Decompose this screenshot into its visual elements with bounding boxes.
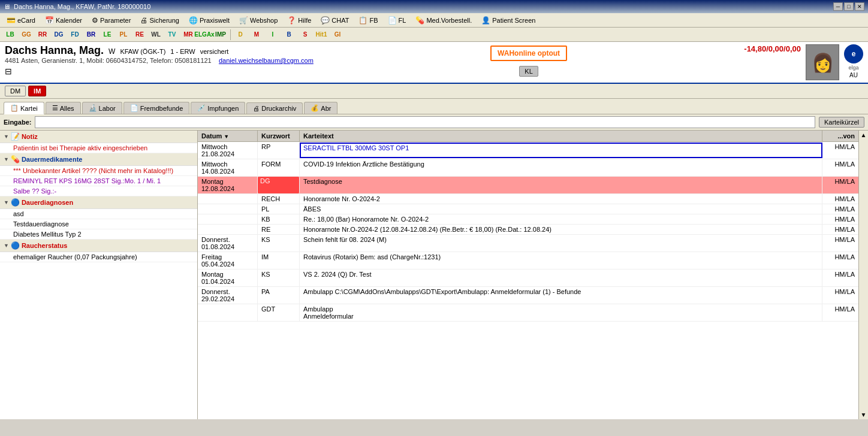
hilfe-icon: ❓ — [287, 16, 296, 25]
table-row[interactable]: Donnerst.29.02.2024 PA Ambulapp C:\CGM\A… — [198, 287, 858, 304]
toolbar2-btn-dg[interactable]: DG — [51, 29, 67, 41]
kartei-cell-text: AmbulappAnmeldeformular — [300, 304, 822, 321]
scrollbar[interactable]: ▲ ▼ — [858, 131, 868, 419]
table-row[interactable]: PL ÄBES HM/LA — [198, 204, 858, 214]
kl-button[interactable]: KL — [519, 66, 538, 77]
patient-gender: W — [108, 47, 115, 56]
table-row[interactable]: Montag01.04.2024 KS VS 2. 2024 (Q) Dr. T… — [198, 270, 858, 287]
im-button[interactable]: IM — [28, 86, 46, 96]
toolbar2-btn-le[interactable]: LE — [100, 29, 115, 41]
toolbar2-btn-gg[interactable]: GG — [19, 29, 34, 41]
menu-item-sicherung[interactable]: 🖨Sicherung — [136, 14, 183, 26]
dm-button[interactable]: DM — [5, 86, 26, 96]
toolbar2-btn-mr[interactable]: MR — [180, 29, 196, 41]
kartei-cell-text: COVID-19 Infektion Ärztliche Bestätigung — [300, 159, 822, 176]
toolbar2-btn2-hit1[interactable]: Hit1 — [314, 29, 329, 41]
kartei-cell-text: SERACTIL FTBL 300MG 30ST OP1 — [300, 143, 822, 158]
toolbar2-btn2-d[interactable]: D — [233, 29, 248, 41]
toolbar2-btn2-m[interactable]: M — [249, 29, 264, 41]
kartei-cell-datum — [198, 194, 258, 204]
tab-kartei[interactable]: 📋Kartei — [4, 102, 44, 114]
toolbar2-btn-re[interactable]: RE — [132, 29, 147, 41]
tree-section-notiz[interactable]: ▼ 📝 Notiz — [0, 131, 197, 143]
tree-item[interactable]: REMINYL RET KPS 16MG 28ST Sig.:Mo. 1 / M… — [0, 176, 197, 186]
tree-section-dauerdiagnosen[interactable]: ▼ 🔵 Dauerdiagnosen — [0, 196, 197, 209]
scroll-down[interactable]: ▼ — [861, 411, 867, 418]
tree-item[interactable]: *** Unbekannter Artikel ???? (Nicht mehr… — [0, 166, 197, 176]
toolbar2-btn-imp[interactable]: IMP — [213, 29, 228, 41]
kartei-cell-von: HM/LA — [822, 142, 858, 159]
tree-item[interactable]: asd — [0, 209, 197, 219]
toolbar2-btn-elgax[interactable]: ELGAx — [197, 29, 212, 41]
tab-abr[interactable]: 💰Abr — [304, 102, 337, 114]
menu-item-ecard[interactable]: 💳eCard — [2, 14, 40, 26]
menu-item-fb[interactable]: 📋FB — [354, 14, 382, 26]
kartei-body: Mittwoch21.08.2024 RP SERACTIL FTBL 300M… — [198, 142, 858, 419]
au-label: AU — [849, 72, 858, 78]
patient-insured-label: versichert — [200, 48, 229, 55]
table-row[interactable]: GDT AmbulappAnmeldeformular HM/LA — [198, 304, 858, 322]
table-row[interactable]: Mittwoch14.08.2024 FORM COVID-19 Infekti… — [198, 159, 858, 177]
maximize-button[interactable]: □ — [844, 2, 854, 11]
tab-alles[interactable]: ☰Alles — [46, 102, 81, 114]
menu-item-praxiswelt[interactable]: 🌐Praxiswelt — [185, 14, 234, 26]
tree-item[interactable]: Salbe ?? Sig.:- — [0, 186, 197, 196]
table-row[interactable]: KB Re.: 18,00 (Bar) Honorarnote Nr. O-20… — [198, 214, 858, 225]
table-row[interactable]: Donnerst.01.08.2024 KS Schein fehlt für … — [198, 235, 858, 252]
patient-extra-icon: ⊟ — [5, 66, 12, 76]
patient-address-text: 4481 Asten, Geranienstr. 1, Mobil: 06604… — [5, 57, 212, 64]
menu-item-hilfe[interactable]: ❓Hilfe — [283, 14, 315, 26]
menu-item-med-vorbestell-[interactable]: 💊Med.Vorbestell. — [411, 14, 476, 26]
karteikuerzel-button[interactable]: Karteikürzel — [819, 117, 864, 128]
toolbar2-btn-tv[interactable]: TV — [164, 29, 180, 41]
toolbar2-btn-wl[interactable]: WL — [148, 29, 164, 41]
kartei-cell-kurz: PL — [258, 204, 300, 214]
toolbar2-btn2-b[interactable]: B — [281, 29, 297, 41]
menu-item-parameter[interactable]: ⚙Parameter — [88, 14, 135, 26]
toolbar2-btn-fd[interactable]: FD — [67, 29, 83, 41]
impfungen-tab-icon: 💉 — [197, 104, 206, 112]
minimize-button[interactable]: ─ — [833, 2, 843, 11]
tab-labor[interactable]: 🔬Labor — [82, 102, 122, 114]
eingabe-input[interactable] — [35, 116, 815, 128]
kartei-cell-text: Schein fehlt für 08. 2024 (M) — [300, 235, 822, 252]
toolbar2-btn-br[interactable]: BR — [83, 29, 99, 41]
kartei-cell-text: Testdiagnose — [300, 177, 822, 193]
tab-fremdbefunde[interactable]: 📄Fremdbefunde — [123, 102, 190, 114]
menu-item-fl[interactable]: 📄FL — [384, 14, 411, 26]
menu-item-patient-screen[interactable]: 👤Patient Screen — [477, 14, 540, 26]
tree-item[interactable]: ehemaliger Raucher (0,07 Packungsjahre) — [0, 252, 197, 262]
tree-item[interactable]: Patientin ist bei Therapie aktiv eingesc… — [0, 143, 197, 153]
wah-online-button[interactable]: WAHonline optout — [490, 46, 567, 61]
kartei-header: Datum ▼ Kurzwort Karteitext ...von — [198, 131, 858, 142]
table-row[interactable]: RE Honorarnote Nr.O-2024-2 (12.08.24-12.… — [198, 225, 858, 235]
table-row[interactable]: Mittwoch21.08.2024 RP SERACTIL FTBL 300M… — [198, 142, 858, 159]
kartei-cell-von: HM/LA — [822, 287, 858, 304]
kartei-cell-kurz: KS — [258, 270, 300, 286]
tree-section-raucherstatus[interactable]: ▼ 🔵 Raucherstatus — [0, 240, 197, 252]
tree-section-title: Dauermedikamente — [22, 156, 83, 163]
menu-item-webshop[interactable]: 🛒Webshop — [235, 14, 282, 26]
tree-item[interactable]: Diabetes Mellitus Typ 2 — [0, 229, 197, 240]
menu-item-chat[interactable]: 💬CHAT — [317, 14, 353, 26]
left-panel: ▼ 📝 Notiz Patientin ist bei Therapie akt… — [0, 131, 198, 419]
close-button[interactable]: ✕ — [855, 2, 864, 11]
tree-section-dauermedikamente[interactable]: ▼ 💊 Dauermedikamente — [0, 153, 197, 166]
kartei-cell-datum — [198, 214, 258, 224]
toolbar2-btn2-i[interactable]: I — [265, 29, 281, 41]
toolbar2-btn2-s[interactable]: S — [297, 29, 313, 41]
table-row[interactable]: Freitag05.04.2024 IM Rotavirus (Rotarix)… — [198, 252, 858, 270]
table-row[interactable]: RECH Honorarnote Nr. O-2024-2 HM/LA — [198, 194, 858, 204]
tab-druckarchiv[interactable]: 🖨Druckarchiv — [246, 102, 303, 114]
toolbar2-btn-lb[interactable]: LB — [2, 29, 18, 41]
toolbar2-btn-rr[interactable]: RR — [35, 29, 50, 41]
tree-item[interactable]: Testdauerdiagnose — [0, 219, 197, 229]
scroll-up[interactable]: ▲ — [861, 132, 867, 138]
menu-item-kalender[interactable]: 📅Kalender — [41, 14, 86, 26]
toolbar2-btn2-gi[interactable]: GI — [330, 29, 345, 41]
kartei-cell-datum — [198, 304, 258, 321]
kartei-cell-von: HM/LA — [822, 214, 858, 224]
tab-impfungen[interactable]: 💉Impfungen — [191, 102, 245, 114]
table-row[interactable]: Montag12.08.2024 DG Testdiagnose HM/LA — [198, 177, 858, 194]
toolbar2-btn-pl[interactable]: PL — [116, 29, 131, 41]
